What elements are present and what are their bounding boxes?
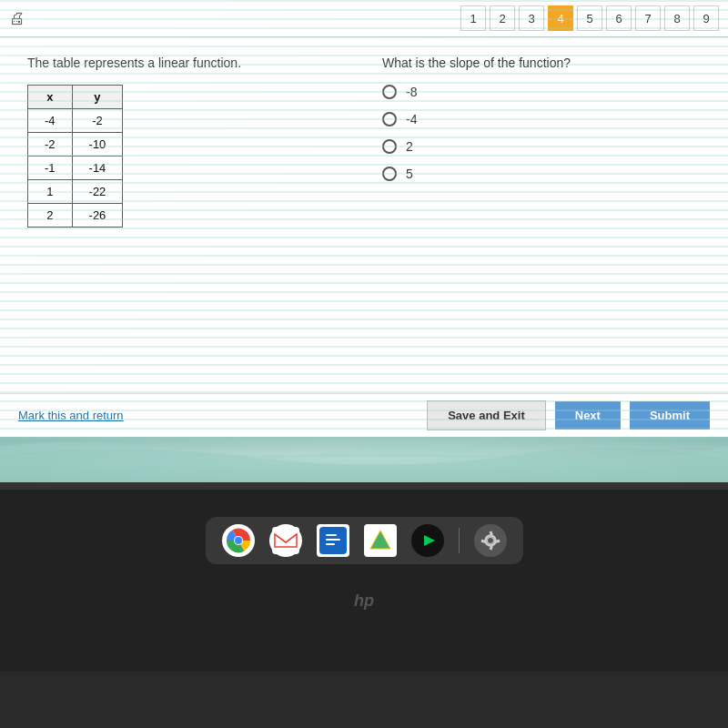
cell-x5: 2 (28, 204, 73, 228)
gmail-icon[interactable] (269, 524, 302, 557)
table-row: -1 -14 (28, 157, 123, 180)
drive-icon[interactable] (317, 524, 349, 557)
choice-neg4[interactable]: -4 (382, 112, 701, 126)
page-9[interactable]: 9 (693, 5, 719, 31)
choice-label-neg4: -4 (406, 112, 417, 126)
page-4[interactable]: 4 (548, 5, 573, 31)
submit-button[interactable]: Submit (630, 401, 710, 430)
radio-neg8[interactable] (382, 85, 397, 99)
cell-y3: -14 (72, 157, 123, 180)
col-x-header: x (28, 86, 73, 109)
page-3[interactable]: 3 (519, 5, 544, 31)
left-panel: The table represents a linear function. … (27, 56, 346, 228)
choice-neg8[interactable]: -8 (382, 85, 701, 99)
cell-x2: -2 (28, 133, 73, 157)
page-6[interactable]: 6 (606, 5, 632, 31)
keyboard-area: hp (0, 490, 728, 672)
svg-rect-6 (326, 539, 340, 541)
settings-icon[interactable] (474, 524, 507, 557)
cell-x3: -1 (28, 157, 73, 180)
problem-description: The table represents a linear function. (27, 56, 346, 70)
choice-label-2: 2 (406, 139, 413, 154)
wave-pattern (0, 437, 728, 482)
taskbar (206, 517, 523, 564)
choice-5[interactable]: 5 (382, 167, 701, 181)
triangle-app-icon[interactable] (364, 524, 397, 557)
play-icon[interactable] (411, 524, 444, 557)
cell-y4: -22 (72, 180, 123, 204)
choice-label-5: 5 (406, 167, 413, 181)
radio-neg4[interactable] (382, 112, 397, 126)
brand-logo: hp (354, 592, 374, 611)
laptop-body: hp (0, 482, 728, 728)
footer-bar: Mark this and return Save and Exit Next … (0, 393, 728, 437)
screen-lower (0, 437, 728, 482)
right-panel: What is the slope of the function? -8 -4… (382, 56, 701, 228)
cell-x4: 1 (28, 180, 73, 204)
answer-choices: -8 -4 2 5 (382, 85, 701, 181)
col-y-header: y (72, 86, 123, 109)
svg-rect-5 (326, 534, 337, 536)
print-icon[interactable]: 🖨 (9, 9, 25, 28)
choice-2[interactable]: 2 (382, 139, 701, 154)
laptop-screen: 🖨 1 2 3 4 5 6 7 8 9 The table represents… (0, 0, 728, 482)
svg-point-2 (235, 537, 242, 544)
taskbar-divider (459, 528, 460, 553)
question-area: 🖨 1 2 3 4 5 6 7 8 9 The table represents… (0, 0, 728, 437)
svg-rect-3 (272, 527, 299, 554)
page-numbers: 1 2 3 4 5 6 7 8 9 (460, 5, 719, 31)
choice-label-neg8: -8 (406, 85, 417, 99)
save-exit-button[interactable]: Save and Exit (427, 400, 546, 430)
svg-rect-7 (326, 543, 335, 545)
page-1[interactable]: 1 (460, 5, 486, 31)
cell-y1: -2 (72, 109, 123, 133)
main-content: The table represents a linear function. … (0, 37, 728, 246)
data-table: x y -4 -2 -2 -10 (27, 85, 123, 228)
table-row: 1 -22 (28, 180, 123, 204)
cell-y2: -10 (72, 133, 123, 157)
radio-2[interactable] (382, 139, 397, 154)
page-5[interactable]: 5 (577, 5, 602, 31)
page-2[interactable]: 2 (490, 5, 515, 31)
svg-marker-8 (370, 531, 390, 549)
table-row: -4 -2 (28, 109, 123, 133)
page-8[interactable]: 8 (664, 5, 690, 31)
table-row: -2 -10 (28, 133, 123, 157)
page-7[interactable]: 7 (635, 5, 661, 31)
chrome-icon[interactable] (222, 524, 255, 557)
mark-return-link[interactable]: Mark this and return (18, 409, 124, 422)
cell-y5: -26 (72, 204, 123, 228)
svg-point-15 (488, 538, 493, 543)
cell-x1: -4 (28, 109, 73, 133)
top-nav: 🖨 1 2 3 4 5 6 7 8 9 (0, 0, 728, 37)
next-button[interactable]: Next (555, 401, 621, 430)
question-text: What is the slope of the function? (382, 56, 701, 70)
table-row: 2 -26 (28, 204, 123, 228)
radio-5[interactable] (382, 167, 397, 181)
hinge (0, 482, 728, 490)
